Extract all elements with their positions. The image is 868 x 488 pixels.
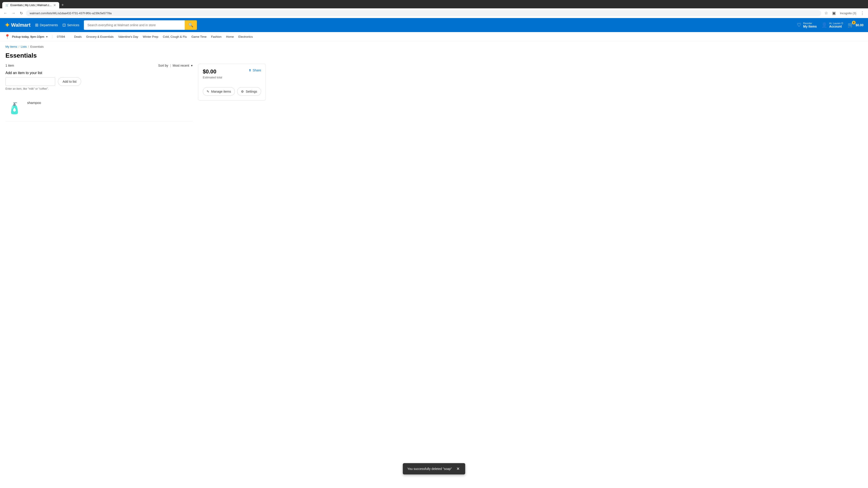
share-icon: ⬆ [249, 68, 251, 72]
sub-header: 📍 Pickup today, 9pm-10pm ▾ 07094 Deals G… [0, 32, 868, 41]
wishlist-btn[interactable]: ♡ Reorder My Items [797, 22, 817, 28]
services-label: Services [67, 23, 79, 27]
sort-divider: | [170, 64, 171, 67]
settings-label: Settings [246, 90, 257, 93]
list-item-name: shampoo [27, 101, 41, 105]
add-item-hint: Enter an item, like "milk" or "coffee". [5, 87, 193, 90]
account-labels: Hi, Lauren D Account [829, 22, 843, 28]
list-item: 🧴 shampoo [5, 96, 193, 121]
add-item-form: Add to list [5, 77, 193, 86]
zip-code: 07094 [52, 35, 65, 38]
location-icon: 📍 [4, 34, 10, 39]
bookmark-btn[interactable]: ☆ [823, 10, 829, 17]
walmart-spark-icon: ✦ [4, 22, 10, 29]
content-main: 1 item Sort by | Most recent ▾ Add an it… [5, 64, 193, 121]
list-controls: 1 item Sort by | Most recent ▾ [5, 64, 193, 67]
nav-game[interactable]: Game Time [191, 35, 206, 38]
nav-grocery[interactable]: Grocery & Essentials [86, 35, 114, 38]
breadcrumb-lists[interactable]: Lists [21, 45, 27, 48]
heart-icon: ♡ [797, 22, 801, 28]
main-content: My items / Lists / Essentials Essentials… [0, 41, 271, 125]
share-btn[interactable]: ⬆ Share [249, 68, 261, 72]
sidebar-btn[interactable]: ▣ [831, 10, 837, 17]
estimated-total: $0.00 [203, 68, 222, 75]
wishlist-label: My Items [803, 25, 817, 28]
cart-btn[interactable]: 🛒 0 $0.00 [848, 22, 864, 28]
add-item-input[interactable] [5, 77, 55, 86]
cart-count: 0 [852, 21, 856, 24]
browser-tabs: 🛒 Essentials | My Lists | Walmart.c... ✕… [2, 2, 866, 8]
pickup-section[interactable]: 📍 Pickup today, 9pm-10pm ▾ [4, 34, 48, 39]
nav-links: Deals Grocery & Essentials Valentine's D… [74, 35, 253, 38]
estimated-label: Estimated total [203, 76, 222, 79]
nav-home[interactable]: Home [226, 35, 234, 38]
refresh-btn[interactable]: ↻ [19, 10, 24, 16]
header-right: ♡ Reorder My Items 👤 Hi, Lauren D Accoun… [797, 22, 864, 28]
content-sidebar: $0.00 Estimated total ⬆ Share ✎ Manage i… [198, 64, 266, 121]
breadcrumb-sep-1: / [19, 45, 20, 48]
nav-cold[interactable]: Cold, Cough & Flu [163, 35, 187, 38]
user-icon: 👤 [821, 22, 827, 28]
services-grid-icon: ⊡ [62, 23, 66, 28]
search-icon: 🔍 [188, 23, 193, 27]
breadcrumb-sep-2: / [28, 45, 29, 48]
tab-favicon: 🛒 [5, 4, 8, 7]
sidebar-actions: ✎ Manage items ⚙ Settings [203, 87, 261, 96]
nav-electronics[interactable]: Electronics [239, 35, 253, 38]
item-count: 1 item [5, 64, 14, 67]
gear-icon: ⚙ [241, 90, 244, 93]
sort-chevron-icon: ▾ [191, 64, 193, 67]
services-nav[interactable]: ⊡ Services [62, 23, 79, 28]
departments-label: Departments [40, 23, 58, 27]
add-to-list-btn[interactable]: Add to list [58, 77, 81, 86]
address-bar: ← → ↻ ☆ ▣ Incognito (3) ⋮ [0, 8, 868, 18]
nav-winter[interactable]: Winter Prep [143, 35, 158, 38]
account-label: Account [829, 25, 843, 28]
content-layout: 1 item Sort by | Most recent ▾ Add an it… [5, 64, 266, 121]
search-btn[interactable]: 🔍 [185, 20, 197, 30]
sort-label: Sort by [158, 64, 168, 67]
nav-valentines[interactable]: Valentine's Day [118, 35, 138, 38]
add-item-label: Add an item to your list [5, 71, 193, 75]
account-sublabel: Hi, Lauren D [829, 22, 843, 25]
add-item-section: Add an item to your list Add to list Ent… [5, 71, 193, 90]
pickup-chevron-icon: ▾ [46, 35, 48, 38]
nav-deals[interactable]: Deals [74, 35, 82, 38]
browser-chrome: 🛒 Essentials | My Lists | Walmart.c... ✕… [0, 0, 868, 8]
browser-actions: ☆ ▣ Incognito (3) ⋮ [823, 10, 866, 17]
departments-grid-icon: ⊞ [35, 23, 38, 28]
breadcrumb: My items / Lists / Essentials [5, 45, 266, 48]
cart-badge: 🛒 0 [848, 22, 854, 28]
search-input[interactable] [84, 20, 185, 30]
manage-items-btn[interactable]: ✎ Manage items [203, 87, 235, 96]
product-emoji: 🧴 [8, 102, 21, 115]
more-btn[interactable]: ⋮ [859, 10, 866, 17]
active-tab[interactable]: 🛒 Essentials | My Lists | Walmart.c... ✕ [2, 2, 59, 8]
wishlist-labels: Reorder My Items [803, 22, 817, 28]
walmart-logo[interactable]: ✦ Walmart [4, 22, 31, 29]
breadcrumb-my-items[interactable]: My items [5, 45, 17, 48]
walmart-logo-text: Walmart [11, 22, 31, 28]
cart-price: $0.00 [856, 23, 864, 27]
share-label: Share [253, 68, 261, 72]
breadcrumb-current: Essentials [30, 45, 43, 48]
account-btn[interactable]: 👤 Hi, Lauren D Account [821, 22, 843, 28]
incognito-btn[interactable]: Incognito (3) [839, 11, 858, 16]
tab-title: Essentials | My Lists | Walmart.c... [10, 4, 52, 7]
sidebar-card: $0.00 Estimated total ⬆ Share ✎ Manage i… [198, 64, 266, 101]
wishlist-sublabel: Reorder [803, 22, 817, 25]
pickup-text: Pickup today, 9pm-10pm [12, 35, 44, 38]
sort-control[interactable]: Sort by | Most recent ▾ [158, 64, 193, 67]
walmart-header: ✦ Walmart ⊞ Departments ⊡ Services 🔍 ♡ R… [0, 18, 868, 32]
settings-btn[interactable]: ⚙ Settings [237, 87, 261, 96]
sort-value: Most recent [173, 64, 189, 67]
total-section: $0.00 Estimated total [203, 68, 222, 84]
tab-close-btn[interactable]: ✕ [53, 3, 56, 7]
nav-fashion[interactable]: Fashion [211, 35, 221, 38]
search-bar: 🔍 [84, 20, 197, 30]
forward-btn[interactable]: → [10, 10, 17, 16]
url-input[interactable] [26, 10, 821, 16]
new-tab-btn[interactable]: + [60, 2, 66, 8]
departments-nav[interactable]: ⊞ Departments [35, 23, 58, 28]
back-btn[interactable]: ← [2, 10, 8, 16]
